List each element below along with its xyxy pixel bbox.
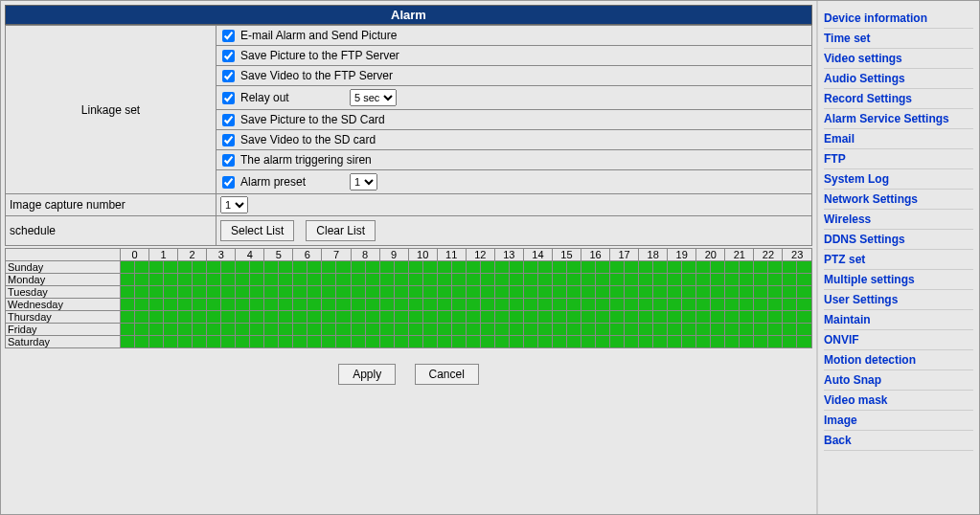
schedule-cell[interactable] xyxy=(581,261,596,274)
checkbox-alarm-preset[interactable] xyxy=(222,176,235,189)
schedule-cell[interactable] xyxy=(365,261,379,274)
schedule-cell[interactable] xyxy=(740,274,754,286)
schedule-cell[interactable] xyxy=(581,311,596,324)
schedule-cell[interactable] xyxy=(696,299,711,311)
schedule-cell[interactable] xyxy=(264,286,279,299)
schedule-cell[interactable] xyxy=(711,286,725,299)
schedule-cell[interactable] xyxy=(279,299,293,311)
schedule-cell[interactable] xyxy=(207,336,221,348)
schedule-cell[interactable] xyxy=(351,336,365,348)
sidebar-item-audio-settings[interactable]: Audio Settings xyxy=(824,69,973,89)
schedule-cell[interactable] xyxy=(394,311,408,324)
schedule-cell[interactable] xyxy=(523,324,537,336)
schedule-cell[interactable] xyxy=(596,261,610,274)
schedule-cell[interactable] xyxy=(682,311,696,324)
schedule-cell[interactable] xyxy=(566,324,581,336)
schedule-cell[interactable] xyxy=(668,261,682,274)
schedule-cell[interactable] xyxy=(682,286,696,299)
schedule-cell[interactable] xyxy=(293,286,308,299)
schedule-cell[interactable] xyxy=(178,311,193,324)
schedule-cell[interactable] xyxy=(236,261,250,274)
schedule-cell[interactable] xyxy=(610,299,625,311)
schedule-cell[interactable] xyxy=(725,311,740,324)
schedule-cell[interactable] xyxy=(178,274,193,286)
schedule-cell[interactable] xyxy=(725,261,740,274)
schedule-cell[interactable] xyxy=(625,336,639,348)
schedule-cell[interactable] xyxy=(135,286,149,299)
schedule-cell[interactable] xyxy=(379,261,394,274)
schedule-cell[interactable] xyxy=(250,336,264,348)
schedule-cell[interactable] xyxy=(322,324,336,336)
schedule-cell[interactable] xyxy=(336,299,351,311)
schedule-cell[interactable] xyxy=(351,286,365,299)
schedule-cell[interactable] xyxy=(610,324,625,336)
schedule-cell[interactable] xyxy=(494,324,509,336)
schedule-cell[interactable] xyxy=(523,261,537,274)
schedule-cell[interactable] xyxy=(437,324,451,336)
schedule-cell[interactable] xyxy=(394,299,408,311)
schedule-cell[interactable] xyxy=(365,274,379,286)
schedule-cell[interactable] xyxy=(566,286,581,299)
schedule-cell[interactable] xyxy=(135,261,149,274)
schedule-cell[interactable] xyxy=(365,336,379,348)
schedule-cell[interactable] xyxy=(754,261,768,274)
schedule-cell[interactable] xyxy=(264,324,279,336)
schedule-cell[interactable] xyxy=(149,286,164,299)
schedule-cell[interactable] xyxy=(711,261,725,274)
schedule-cell[interactable] xyxy=(207,286,221,299)
schedule-cell[interactable] xyxy=(768,324,783,336)
schedule-cell[interactable] xyxy=(336,324,351,336)
schedule-cell[interactable] xyxy=(768,299,783,311)
schedule-cell[interactable] xyxy=(523,286,537,299)
schedule-cell[interactable] xyxy=(164,336,178,348)
schedule-cell[interactable] xyxy=(552,336,566,348)
schedule-cell[interactable] xyxy=(610,261,625,274)
schedule-cell[interactable] xyxy=(336,274,351,286)
schedule-cell[interactable] xyxy=(466,299,480,311)
schedule-cell[interactable] xyxy=(754,299,768,311)
schedule-cell[interactable] xyxy=(653,324,668,336)
schedule-cell[interactable] xyxy=(696,324,711,336)
schedule-cell[interactable] xyxy=(797,324,812,336)
schedule-cell[interactable] xyxy=(682,274,696,286)
schedule-cell[interactable] xyxy=(596,299,610,311)
schedule-cell[interactable] xyxy=(236,311,250,324)
schedule-cell[interactable] xyxy=(552,274,566,286)
schedule-cell[interactable] xyxy=(768,274,783,286)
schedule-cell[interactable] xyxy=(537,286,552,299)
schedule-cell[interactable] xyxy=(135,336,149,348)
schedule-cell[interactable] xyxy=(236,324,250,336)
schedule-cell[interactable] xyxy=(783,261,797,274)
schedule-cell[interactable] xyxy=(221,324,236,336)
schedule-cell[interactable] xyxy=(437,336,451,348)
schedule-cell[interactable] xyxy=(566,261,581,274)
schedule-cell[interactable] xyxy=(422,311,437,324)
schedule-cell[interactable] xyxy=(279,336,293,348)
schedule-cell[interactable] xyxy=(394,324,408,336)
schedule-cell[interactable] xyxy=(149,299,164,311)
schedule-cell[interactable] xyxy=(768,286,783,299)
schedule-cell[interactable] xyxy=(236,274,250,286)
schedule-cell[interactable] xyxy=(625,286,639,299)
schedule-cell[interactable] xyxy=(250,299,264,311)
schedule-cell[interactable] xyxy=(466,274,480,286)
schedule-cell[interactable] xyxy=(639,274,653,286)
schedule-cell[interactable] xyxy=(566,311,581,324)
schedule-cell[interactable] xyxy=(768,311,783,324)
schedule-cell[interactable] xyxy=(740,336,754,348)
schedule-cell[interactable] xyxy=(682,299,696,311)
schedule-cell[interactable] xyxy=(783,324,797,336)
schedule-cell[interactable] xyxy=(451,324,466,336)
schedule-cell[interactable] xyxy=(121,299,135,311)
schedule-cell[interactable] xyxy=(740,261,754,274)
schedule-cell[interactable] xyxy=(164,274,178,286)
schedule-cell[interactable] xyxy=(537,261,552,274)
schedule-cell[interactable] xyxy=(754,286,768,299)
schedule-cell[interactable] xyxy=(308,299,322,311)
schedule-cell[interactable] xyxy=(509,311,523,324)
schedule-cell[interactable] xyxy=(509,324,523,336)
schedule-cell[interactable] xyxy=(236,286,250,299)
schedule-cell[interactable] xyxy=(250,324,264,336)
schedule-cell[interactable] xyxy=(451,286,466,299)
schedule-cell[interactable] xyxy=(279,274,293,286)
